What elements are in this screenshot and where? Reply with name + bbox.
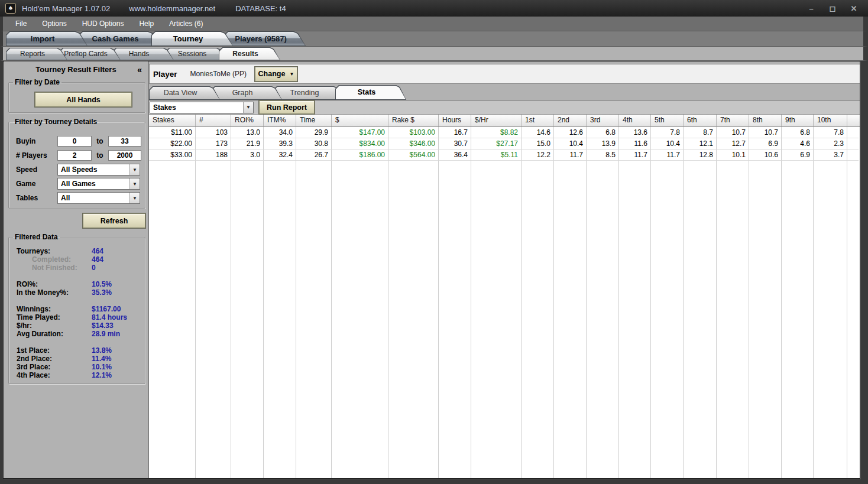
column-header-[interactable]: $ — [332, 115, 388, 126]
spacer — [9, 272, 145, 280]
stat-row-hr: $/hr:$14.33 — [17, 321, 145, 330]
tab-import[interactable]: Import — [6, 31, 88, 46]
menu-item-hud-options[interactable]: HUD Options — [75, 20, 132, 28]
subtab-results[interactable]: Results — [219, 47, 280, 60]
cell-10th: 3.7 — [814, 150, 847, 161]
column-header-itm[interactable]: ITM% — [264, 115, 296, 126]
column-header-1st[interactable]: 1st — [522, 115, 554, 126]
cell-hours: 16.7 — [439, 127, 471, 138]
report-type-select[interactable]: Stakes ▼ — [150, 102, 254, 113]
cell-: 103 — [196, 127, 231, 138]
stat-value: 28.9 min — [92, 330, 120, 338]
menu-item-help[interactable]: Help — [131, 20, 161, 28]
minimize-button[interactable]: – — [804, 4, 818, 13]
grid-column — [296, 161, 332, 478]
chevron-down-icon[interactable]: ▼ — [129, 164, 140, 175]
grid-column — [196, 161, 231, 478]
cell-2nd: 12.6 — [554, 127, 587, 138]
column-header-stakes[interactable]: Stakes — [149, 115, 196, 126]
main-panel: Player MoniesToMe (PP) Change ▼ Data Vie… — [149, 61, 860, 478]
filter-by-date-legend: Filter by Date — [13, 78, 61, 86]
column-header-8th[interactable]: 8th — [749, 115, 782, 126]
column-header-5th[interactable]: 5th — [651, 115, 684, 126]
tab-tourney[interactable]: Tourney — [151, 31, 233, 46]
collapse-sidebar-button[interactable]: « — [137, 61, 142, 78]
subtab-preflop-cards[interactable]: Preflop Cards — [59, 48, 121, 60]
column-header-time[interactable]: Time — [296, 115, 332, 126]
tab-players-9587[interactable]: Players (9587) — [224, 31, 306, 46]
window-controls: – ◻ ✕ — [804, 4, 868, 13]
buyin-from-input[interactable] — [57, 136, 92, 147]
report-toolbar: Stakes ▼ Run Report — [149, 100, 860, 115]
stat-value: 0 — [92, 264, 96, 272]
tab-cash-games[interactable]: Cash Games — [79, 31, 160, 46]
maximize-button[interactable]: ◻ — [825, 4, 840, 13]
subtab-sessions[interactable]: Sessions — [166, 48, 227, 60]
players-from-input[interactable] — [57, 150, 92, 161]
table-row[interactable]: $22.0017321.939.330.8$834.00$346.0030.7$… — [149, 138, 860, 150]
table-row[interactable]: $33.001883.032.426.7$186.00$564.0036.4$5… — [149, 150, 860, 161]
viewtab-trending[interactable]: Trending — [273, 86, 344, 100]
cell-hr: $5.11 — [471, 150, 522, 161]
cell-9th: 6.9 — [782, 150, 814, 161]
grid-column — [439, 161, 471, 478]
column-header-4th[interactable]: 4th — [619, 115, 651, 126]
viewtab-label: Graph — [211, 86, 282, 99]
run-report-button[interactable]: Run Report — [259, 100, 315, 114]
chevron-down-icon[interactable]: ▼ — [129, 193, 140, 203]
speed-select[interactable]: All Speeds ▼ — [57, 164, 140, 176]
cell-time: 26.7 — [296, 150, 332, 161]
viewtab-stats[interactable]: Stats — [335, 85, 406, 100]
cell-hr: $8.82 — [471, 127, 522, 138]
stat-row-2nd-place: 2nd Place:11.4% — [17, 355, 145, 363]
column-header-roi[interactable]: ROI% — [231, 115, 264, 126]
column-header-7th[interactable]: 7th — [717, 115, 749, 126]
column-header-rake[interactable]: Rake $ — [388, 115, 439, 126]
game-select[interactable]: All Games ▼ — [57, 178, 140, 190]
menu-item-articles-6[interactable]: Articles (6) — [161, 20, 210, 28]
menu-item-file[interactable]: File — [8, 20, 34, 28]
subtab-reports[interactable]: Reports — [6, 48, 67, 60]
subtab-hands[interactable]: Hands — [112, 48, 174, 60]
change-player-button[interactable]: Change ▼ — [255, 67, 297, 82]
stat-label: In the Money%: — [17, 288, 92, 297]
subtab-label: Reports — [6, 48, 67, 60]
table-row[interactable]: $11.0010313.034.029.9$147.00$103.0016.7$… — [149, 127, 860, 138]
stat-row-completed: Completed:464 — [17, 255, 145, 264]
column-header-[interactable]: # — [196, 115, 231, 126]
cell-1st: 14.6 — [522, 127, 554, 138]
buyin-to-word: to — [92, 137, 108, 145]
cell-5th: 10.4 — [651, 138, 684, 150]
table-grid-filler — [149, 161, 860, 478]
refresh-button[interactable]: Refresh — [83, 213, 145, 228]
viewtab-label: Trending — [273, 86, 344, 99]
column-header-hours[interactable]: Hours — [439, 115, 471, 126]
stat-row-4th-place: 4th Place:12.1% — [17, 371, 145, 379]
all-hands-button[interactable]: All Hands — [35, 92, 132, 107]
subtab-label: Results — [219, 47, 280, 60]
cell-time: 29.9 — [296, 127, 332, 138]
column-header-6th[interactable]: 6th — [684, 115, 717, 126]
column-header-hr[interactable]: $/Hr — [471, 115, 522, 126]
column-header-2nd[interactable]: 2nd — [554, 115, 587, 126]
viewtab-data-view[interactable]: Data View — [149, 86, 220, 100]
cell-9th: 6.8 — [782, 127, 814, 138]
column-header-10th[interactable]: 10th — [814, 115, 847, 126]
close-button[interactable]: ✕ — [847, 4, 861, 13]
chevron-down-icon[interactable]: ▼ — [129, 178, 140, 189]
chevron-down-icon[interactable]: ▼ — [243, 102, 253, 113]
column-header-9th[interactable]: 9th — [782, 115, 814, 126]
grid-column — [847, 161, 859, 478]
column-header-3rd[interactable]: 3rd — [587, 115, 619, 126]
cell-blank — [847, 150, 859, 161]
stat-row-in-the-money: In the Money%:35.3% — [17, 288, 145, 297]
tables-select[interactable]: All ▼ — [57, 192, 140, 204]
menu-item-options[interactable]: Options — [34, 20, 74, 28]
viewtab-graph[interactable]: Graph — [211, 86, 282, 100]
grid-column — [587, 161, 619, 478]
cell-itm: 39.3 — [264, 138, 296, 150]
stat-value: 81.4 hours — [92, 313, 127, 321]
column-header-blank[interactable] — [847, 115, 859, 126]
players-to-input[interactable] — [108, 150, 141, 161]
buyin-to-input[interactable] — [108, 136, 141, 147]
